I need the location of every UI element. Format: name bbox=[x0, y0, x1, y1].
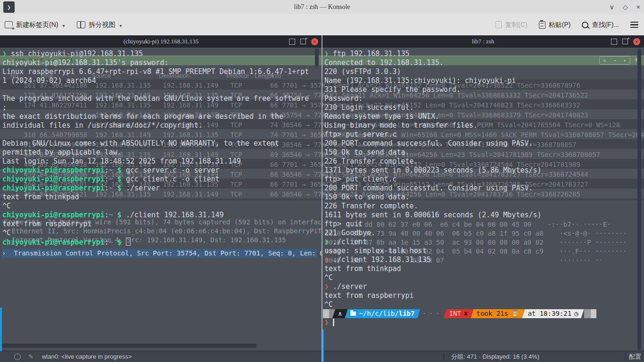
shade-window-button[interactable]: ∨ bbox=[610, 3, 614, 11]
search-icon bbox=[582, 22, 588, 28]
terminal-line: ^C bbox=[324, 273, 542, 282]
find-button[interactable]: 查找(F)... bbox=[582, 21, 619, 29]
terminal-line: Debian GNU/Linux comes with ABSOLUTELY N… bbox=[2, 139, 309, 148]
left-terminal-text: ❯ ssh chiyoyuki-pi@192.168.31.135chiyoyu… bbox=[2, 49, 309, 247]
terminal-line: ❯ ./server bbox=[324, 282, 542, 291]
os-icon: ∧ bbox=[338, 309, 342, 318]
terminal-line: ftp> quit bbox=[324, 220, 542, 229]
wireshark-selected-row: › Transmission Control Protocol, Src Por… bbox=[2, 249, 317, 258]
left-pane-header[interactable]: (chiyoyuki-pi) 192.168.31.135 × bbox=[0, 35, 322, 48]
terminal-line: ❯ ftp 192.168.31.135 bbox=[324, 49, 542, 58]
terminal-line: usage: simplex-talk host bbox=[324, 247, 542, 255]
terminal-line: ❯ bbox=[324, 318, 542, 327]
terminal-line: ^C bbox=[324, 300, 542, 309]
powerline-cap bbox=[323, 309, 329, 318]
maximize-pane-icon[interactable] bbox=[611, 39, 617, 45]
paste-label: 粘贴(P) bbox=[549, 21, 571, 29]
packet-count-text: 分组: 471 · Displayed: 16 (3.4%) bbox=[451, 353, 539, 361]
right-terminal[interactable]: ✕ → ▾ + K] Seq=1 Ack=21 Win=65152 Len=0 … bbox=[322, 48, 644, 362]
terminal-line: ftp> put server.c bbox=[324, 130, 542, 139]
split-view-button[interactable]: 拆分视图 ▾ bbox=[77, 21, 122, 29]
paste-button[interactable]: 粘贴(P) bbox=[539, 21, 571, 29]
close-pane-icon[interactable]: × bbox=[311, 38, 318, 45]
detach-pane-icon[interactable] bbox=[622, 39, 628, 44]
copy-label: 复制(C) bbox=[505, 21, 527, 29]
right-pane-title: lib7 : zsh bbox=[472, 38, 495, 45]
right-scrollbar-thumb[interactable] bbox=[637, 49, 641, 350]
powerline-cap bbox=[584, 309, 591, 318]
terminal-line: Connected to 192.168.31.135. bbox=[324, 58, 542, 67]
profile-text: 配置：Defaul bbox=[629, 353, 644, 361]
terminal-line: 226 Transfer complete. bbox=[324, 157, 542, 166]
terminal-line: chiyoyuki-pi@raspberrypi:~ $ ./client 19… bbox=[2, 211, 309, 220]
chevron-down-icon[interactable]: ▾ bbox=[62, 23, 65, 28]
terminal-line: chiyoyuki-pi@raspberrypi:~ $ bbox=[2, 238, 309, 247]
terminal-line: ❯ ./client bbox=[324, 238, 542, 247]
terminal-line: text from thinkpad bbox=[2, 193, 309, 202]
maximize-pane-icon[interactable] bbox=[289, 39, 295, 45]
apply-filter-icon: → bbox=[613, 58, 617, 64]
terminal-line: Using binary mode to transfer files. bbox=[324, 121, 542, 130]
terminal-line: ^C bbox=[2, 202, 309, 211]
terminal-line: permitted by applicable law. bbox=[2, 148, 309, 157]
terminal-line: 221 Goodbye. bbox=[324, 229, 542, 238]
terminal-line: text from thinkpad bbox=[324, 264, 542, 273]
terminal-line: 150 Ok to send data. bbox=[324, 148, 542, 157]
time-segment: at 18:39:21 ◷ bbox=[522, 309, 584, 318]
new-tab-icon bbox=[5, 21, 13, 28]
new-tab-label: 新建标签页(N) bbox=[16, 21, 58, 29]
capture-status-text: wlan0: <live capture in progress> bbox=[42, 353, 132, 360]
powerline-cap bbox=[591, 309, 596, 318]
terminal-line: Password: bbox=[324, 94, 542, 103]
capture-dot-icon bbox=[14, 354, 21, 360]
find-label: 查找(F)... bbox=[592, 21, 619, 29]
powerline-gap-dots: ··· bbox=[418, 309, 446, 318]
terminal-line bbox=[2, 130, 309, 139]
clock-icon: ◷ bbox=[574, 309, 578, 318]
terminal-line: ftp> put client.c bbox=[324, 175, 542, 184]
terminal-line: 1 (2024-09-02) aarch64 bbox=[2, 76, 309, 85]
new-tab-button[interactable]: 新建标签页(N) ▾ bbox=[5, 21, 65, 29]
wireshark-horizontal-scrollbar[interactable] bbox=[2, 344, 256, 348]
terminal-line: individual files in /usr/share/doc/*/cop… bbox=[2, 121, 309, 130]
right-pane-header[interactable]: lib7 : zsh × bbox=[322, 35, 644, 48]
terminal-line: ❯ ./client 192.168.31.135 bbox=[324, 255, 542, 264]
clear-filter-icon: ✕ bbox=[603, 58, 606, 64]
copy-button[interactable]: 复制(C) bbox=[495, 21, 527, 29]
hourglass-icon: ⌛ bbox=[511, 309, 519, 318]
close-pane-icon[interactable]: × bbox=[633, 38, 640, 45]
terminal-line: 200 PORT command successful. Consider us… bbox=[324, 184, 542, 193]
duration-segment: took 21s ⌛ bbox=[471, 309, 525, 318]
terminal-line: 331 Please specify the password. bbox=[324, 85, 542, 94]
window-title: lib7 : zsh — Konsole bbox=[0, 3, 644, 11]
hamburger-menu-button[interactable] bbox=[630, 22, 638, 28]
left-pane: (chiyoyuki-pi) 192.168.31.135 × tcp.port… bbox=[0, 35, 322, 362]
right-pane: lib7 : zsh × ✕ → ▾ + K] Seq bbox=[322, 35, 644, 362]
powerline-prompt: ∧ ~/h/c/lib/lib7 ··· INT ✘ took 21s ⌛ bbox=[323, 309, 596, 318]
status-segment: INT ✘ bbox=[444, 309, 474, 318]
terminal-line: Last login: Sun Jan 12 18:48:52 2025 fro… bbox=[2, 157, 309, 166]
konsole-window: ❯ lib7 : zsh — Konsole ∨ ◇ × 新建标签页(N) ▾ … bbox=[0, 0, 644, 362]
path-segment: ~/h/c/lib/lib7 bbox=[345, 309, 420, 318]
close-window-button[interactable]: × bbox=[636, 3, 640, 11]
pane-divider[interactable] bbox=[322, 35, 322, 362]
split-view-label: 拆分视图 bbox=[89, 21, 115, 29]
terminal-line: Name (192.168.31.135:chiyoyuki): chiyoyu… bbox=[324, 76, 542, 85]
chevron-down-icon[interactable]: ▾ bbox=[119, 23, 122, 28]
detach-pane-icon[interactable] bbox=[300, 39, 306, 44]
terminal-line: 226 Transfer complete. bbox=[324, 202, 542, 211]
wireshark-filter-buttons: ✕ → ▾ bbox=[599, 56, 630, 65]
maximize-window-button[interactable]: ◇ bbox=[623, 3, 628, 11]
terminal-line: text from raspberrypi bbox=[324, 291, 542, 300]
terminal-line: 1371 bytes sent in 0.000223 seconds (5.8… bbox=[324, 166, 542, 175]
terminal-line: chiyoyuki-pi@raspberrypi:~ $ gcc client.… bbox=[2, 175, 309, 184]
left-scrollbar-thumb[interactable] bbox=[315, 49, 319, 66]
terminal-line: text from raspberrypi bbox=[2, 220, 309, 229]
annotate-pencil-icon: ✎ bbox=[28, 353, 33, 360]
toolbar: 新建标签页(N) ▾ 拆分视图 ▾ 复制(C) 粘贴(P) 查找(F)... bbox=[0, 14, 644, 35]
terminal-line: 1611 bytes sent in 0.000616 seconds (2.4… bbox=[324, 211, 542, 220]
left-terminal[interactable]: tcp.port == 7701 No.TimeSourceDestinatio… bbox=[0, 48, 322, 362]
terminal-line: 230 Login successful. bbox=[324, 103, 542, 112]
titlebar: ❯ lib7 : zsh — Konsole ∨ ◇ × bbox=[0, 0, 644, 15]
split-panes: (chiyoyuki-pi) 192.168.31.135 × tcp.port… bbox=[0, 35, 644, 362]
